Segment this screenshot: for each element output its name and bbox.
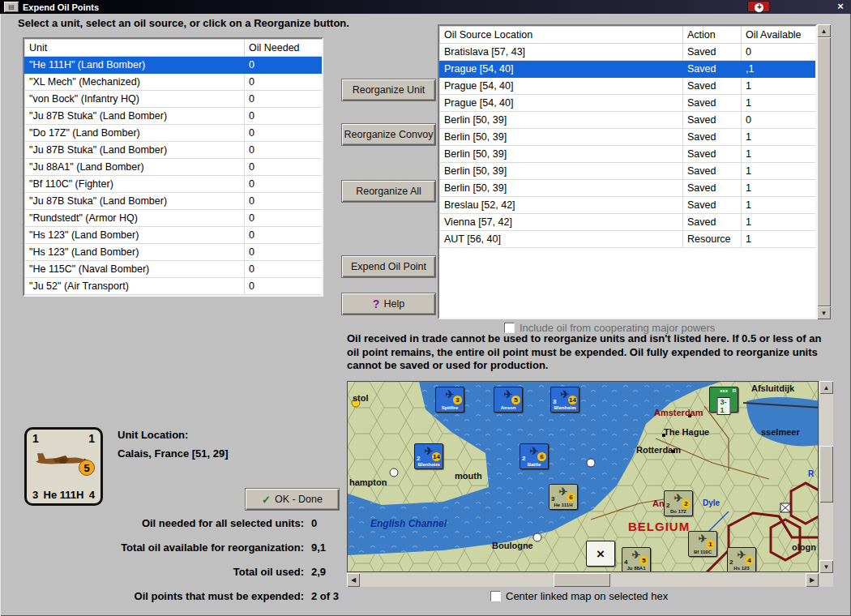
map-counter[interactable]: ✈5Anson bbox=[494, 387, 523, 413]
scroll-left-icon[interactable]: ◀ bbox=[347, 573, 360, 587]
unit-oil-needed-cell[interactable]: 0 bbox=[245, 278, 323, 295]
unit-row[interactable]: "Rundstedt" (Armor HQ)0 bbox=[25, 210, 323, 227]
oil-action-cell[interactable]: Saved bbox=[683, 180, 742, 197]
map-vertical-scrollbar[interactable]: ▲ ▼ bbox=[819, 381, 833, 573]
oil-list-scrollbar[interactable]: ▲ ▼ bbox=[817, 24, 831, 319]
unit-oil-needed-cell[interactable]: 0 bbox=[245, 244, 323, 261]
oil-available-column-header[interactable]: Oil Available bbox=[742, 27, 816, 44]
unit-name-cell[interactable]: "He 111H" (Land Bomber) bbox=[25, 57, 245, 74]
oil-available-cell[interactable]: 1 bbox=[742, 78, 816, 95]
unit-name-cell[interactable]: "Ju 52" (Air Transport) bbox=[25, 278, 245, 295]
oil-action-cell[interactable]: Saved bbox=[683, 146, 742, 163]
map-counter[interactable]: ✈1Bf 110C bbox=[688, 531, 717, 557]
oil-source-row[interactable]: Breslau [52, 42]Saved1 bbox=[440, 197, 816, 214]
oil-available-cell[interactable]: 1 bbox=[742, 180, 816, 197]
oil-available-cell[interactable]: 1 bbox=[742, 231, 816, 248]
oil-action-cell[interactable]: Saved bbox=[683, 129, 742, 146]
unit-oil-needed-cell[interactable]: 0 bbox=[245, 108, 323, 125]
oil-action-cell[interactable]: Saved bbox=[683, 214, 742, 231]
unit-oil-needed-cell[interactable]: 0 bbox=[245, 261, 323, 278]
map-counter[interactable]: xxxR3-1 bbox=[709, 387, 738, 413]
map-counter[interactable]: 3✈6He 111H bbox=[549, 484, 578, 510]
oil-source-row[interactable]: AUT [56, 40]Resource1 bbox=[440, 231, 816, 248]
oil-available-cell[interactable]: 1 bbox=[742, 163, 816, 180]
unit-row[interactable]: "von Bock" (Infantry HQ)0 bbox=[25, 91, 323, 108]
oil-action-cell[interactable]: Saved bbox=[683, 44, 742, 61]
scroll-down-icon[interactable]: ▼ bbox=[817, 306, 831, 319]
window-icon[interactable]: ▤ bbox=[4, 2, 19, 12]
unit-row[interactable]: "He 115C" (Naval Bomber)0 bbox=[25, 261, 323, 278]
unit-name-cell[interactable]: "Ju 87B Stuka" (Land Bomber) bbox=[25, 108, 245, 125]
unit-oil-needed-cell[interactable]: 0 bbox=[245, 227, 323, 244]
map-horizontal-scrollbar[interactable]: ◀ ▶ bbox=[347, 573, 819, 587]
oil-available-cell[interactable]: 0 bbox=[742, 112, 816, 129]
unit-name-cell[interactable]: "Ju 87B Stuka" (Land Bomber) bbox=[25, 193, 245, 210]
map-counter[interactable]: 4✈5Ju 88A1 bbox=[622, 547, 651, 572]
unit-oil-needed-cell[interactable]: 0 bbox=[245, 159, 323, 176]
reorganize-all-button[interactable]: Reorganize All bbox=[341, 180, 436, 203]
help-button[interactable]: ? Help bbox=[341, 293, 436, 315]
oil-available-cell[interactable]: 1 bbox=[742, 129, 816, 146]
oil-action-cell[interactable]: Saved bbox=[683, 61, 742, 78]
center-map-checkbox[interactable] bbox=[490, 591, 501, 601]
oil-location-cell[interactable]: Bratislava [57, 43] bbox=[440, 44, 683, 61]
oil-location-cell[interactable]: Berlin [50, 39] bbox=[440, 146, 683, 163]
oil-source-list[interactable]: Oil Source Location Action Oil Available… bbox=[438, 24, 817, 319]
oil-location-cell[interactable]: Breslau [52, 42] bbox=[440, 197, 683, 214]
oil-source-row[interactable]: Berlin [50, 39]Saved1 bbox=[440, 180, 816, 197]
oil-location-cell[interactable]: Berlin [50, 39] bbox=[440, 180, 683, 197]
unit-oil-needed-cell[interactable]: 0 bbox=[245, 57, 323, 74]
oil-source-row[interactable]: Berlin [50, 39]Saved1 bbox=[440, 146, 816, 163]
oil-source-row[interactable]: Prague [54, 40]Saved,1 bbox=[440, 61, 816, 78]
unit-name-cell[interactable]: "Do 17Z" (Land Bomber) bbox=[25, 125, 245, 142]
unit-row[interactable]: "Ju 87B Stuka" (Land Bomber)0 bbox=[25, 193, 323, 210]
oil-source-row[interactable]: Berlin [50, 39]Saved0 bbox=[440, 112, 816, 129]
unit-row[interactable]: "Ju 87B Stuka" (Land Bomber)0 bbox=[25, 108, 323, 125]
oil-available-cell[interactable]: 0 bbox=[742, 44, 816, 61]
oil-location-cell[interactable]: AUT [56, 40] bbox=[440, 231, 683, 248]
oil-action-cell[interactable]: Saved bbox=[683, 112, 742, 129]
unit-column-header[interactable]: Unit bbox=[25, 40, 245, 57]
scroll-up-icon[interactable]: ▲ bbox=[819, 381, 833, 394]
unit-row[interactable]: "He 111H" (Land Bomber)0 bbox=[25, 57, 323, 74]
unit-oil-needed-cell[interactable]: 0 bbox=[245, 210, 323, 227]
unit-row[interactable]: "Ju 87B Stuka" (Land Bomber)0 bbox=[25, 142, 323, 159]
oil-source-row[interactable]: Berlin [50, 39]Saved1 bbox=[440, 163, 816, 180]
oil-location-cell[interactable]: Berlin [50, 39] bbox=[440, 129, 683, 146]
unit-row[interactable]: "Bf 110C" (Fighter)0 bbox=[25, 176, 323, 193]
oil-location-cell[interactable]: Berlin [50, 39] bbox=[440, 112, 683, 129]
oil-available-cell[interactable]: 1 bbox=[742, 146, 816, 163]
oil-location-cell[interactable]: Prague [54, 40] bbox=[440, 78, 683, 95]
unit-list[interactable]: Unit Oil Needed "He 111H" (Land Bomber)0… bbox=[23, 37, 323, 297]
oil-source-row[interactable]: Prague [54, 40]Saved1 bbox=[440, 78, 816, 95]
oil-location-cell[interactable]: Prague [54, 40] bbox=[440, 61, 683, 78]
unit-row[interactable]: "Ju 88A1" (Land Bomber)0 bbox=[25, 159, 323, 176]
oil-action-cell[interactable]: Saved bbox=[683, 197, 742, 214]
oil-location-cell[interactable]: Berlin [50, 39] bbox=[440, 163, 683, 180]
map-counter[interactable]: 2✈4Hs 123 bbox=[727, 547, 756, 572]
oil-list-scroll-thumb[interactable] bbox=[817, 37, 831, 306]
action-column-header[interactable]: Action bbox=[683, 27, 742, 44]
oil-source-row[interactable]: Vienna [57, 42]Saved1 bbox=[440, 214, 816, 231]
map-counter[interactable]: × bbox=[586, 541, 615, 567]
close-icon[interactable]: × bbox=[834, 0, 847, 13]
oil-action-cell[interactable]: Resource bbox=[683, 231, 742, 248]
unit-name-cell[interactable]: "Hs 123" (Land Bomber) bbox=[25, 227, 245, 244]
scroll-up-icon[interactable]: ▲ bbox=[817, 24, 831, 37]
unit-oil-needed-cell[interactable]: 0 bbox=[245, 142, 323, 159]
map-counter[interactable]: 2✈14Blenheim bbox=[414, 443, 443, 469]
reorganize-convoy-button[interactable]: Reorganize Convoy bbox=[341, 123, 436, 146]
map-vscroll-thumb[interactable] bbox=[819, 446, 833, 503]
unit-oil-needed-cell[interactable]: 0 bbox=[245, 125, 323, 142]
map-counter[interactable]: ✈3Spitfire bbox=[435, 387, 464, 413]
unit-oil-needed-cell[interactable]: 0 bbox=[245, 193, 323, 210]
oil-source-row[interactable]: Prague [54, 40]Saved1 bbox=[440, 95, 816, 112]
reorganize-unit-button[interactable]: Reorganize Unit bbox=[341, 79, 436, 101]
oil-available-cell[interactable]: 1 bbox=[742, 197, 816, 214]
map-viewport[interactable]: stolhamptonmouthEnglish ChannelBoulogneB… bbox=[347, 381, 819, 572]
unit-oil-needed-cell[interactable]: 0 bbox=[245, 74, 323, 91]
unit-name-cell[interactable]: "Hs 123" (Land Bomber) bbox=[25, 244, 245, 261]
map-hscroll-thumb[interactable] bbox=[554, 573, 610, 587]
unit-row[interactable]: "XL Mech" (Mechanized)0 bbox=[25, 74, 323, 91]
unit-oil-needed-cell[interactable]: 0 bbox=[245, 176, 323, 193]
